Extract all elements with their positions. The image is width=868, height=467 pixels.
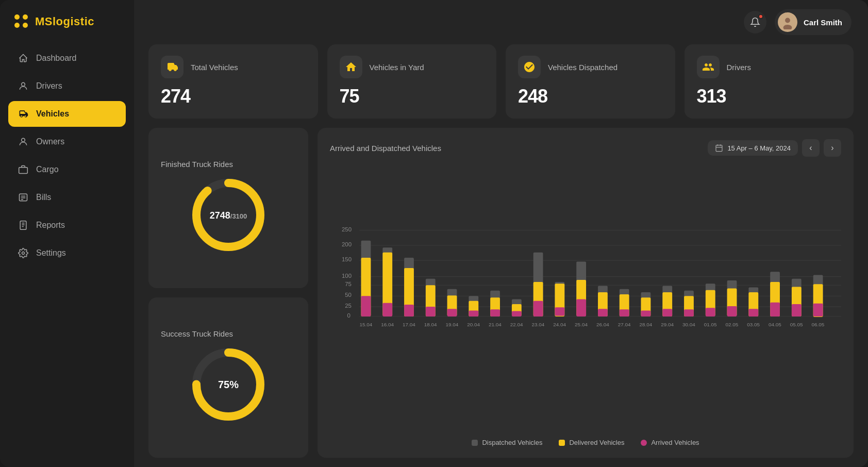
stat-value-drivers: 313 — [697, 86, 842, 107]
date-range-label: 15 Apr – 6 May, 2024 — [727, 144, 791, 152]
svg-text:200: 200 — [342, 241, 352, 247]
svg-text:24.04: 24.04 — [553, 322, 566, 327]
stat-card-header-drivers: Drivers — [697, 56, 842, 78]
svg-rect-62 — [512, 311, 522, 316]
sidebar-item-bills[interactable]: Bills — [8, 185, 126, 210]
chart-next-button[interactable]: › — [824, 139, 841, 157]
sidebar-item-dashboard-label: Dashboard — [36, 54, 76, 63]
svg-text:75: 75 — [345, 281, 352, 287]
legend-arrived: Arrived Vehicles — [641, 439, 699, 446]
svg-rect-98 — [770, 303, 780, 316]
svg-text:20.04: 20.04 — [467, 322, 480, 327]
sidebar-item-cargo-label: Cargo — [36, 165, 59, 174]
svg-rect-65 — [533, 301, 543, 316]
user-profile[interactable]: Carl Smith — [775, 9, 852, 35]
svg-point-13 — [785, 18, 790, 23]
sidebar: MSlogistic Dashboard Drivers — [0, 0, 134, 467]
sidebar-item-owners-label: Owners — [36, 137, 64, 146]
chart-prev-button[interactable]: ‹ — [802, 139, 820, 157]
stat-value-total: 274 — [161, 86, 306, 107]
svg-text:16.04: 16.04 — [381, 322, 394, 327]
svg-point-11 — [22, 252, 25, 255]
stat-card-total-vehicles: Total Vehicles 274 — [148, 44, 318, 119]
stat-value-yard: 75 — [340, 86, 485, 107]
svg-text:250: 250 — [342, 226, 352, 232]
svg-rect-92 — [727, 306, 737, 316]
finished-rides-donut: 2748/3100 — [187, 174, 270, 256]
stat-card-drivers: Drivers 313 — [685, 44, 854, 119]
svg-rect-74 — [598, 309, 608, 316]
sidebar-item-bills-label: Bills — [36, 193, 51, 202]
svg-rect-47 — [404, 305, 414, 316]
owners-icon — [18, 136, 29, 147]
stat-card-header-dispatched: Vehicles Dispatched — [518, 56, 663, 78]
donut-text-success: 75% — [218, 379, 239, 391]
chart-header: Arrived and Dispatched Vehicles 15 Apr –… — [330, 139, 841, 157]
bar-chart-container: 250 200 150 100 75 50 25 0 — [330, 165, 841, 433]
calendar-icon — [715, 144, 723, 152]
success-rides-title: Success Truck Rides — [161, 329, 233, 338]
date-range: 15 Apr – 6 May, 2024 — [708, 140, 798, 156]
sidebar-item-owners[interactable]: Owners — [8, 129, 126, 155]
bills-icon — [18, 192, 29, 203]
sidebar-item-vehicles[interactable]: Vehicles — [8, 101, 126, 127]
svg-rect-104 — [813, 304, 823, 316]
svg-text:15.04: 15.04 — [359, 322, 372, 327]
sidebar-nav: Dashboard Drivers Vehicles — [0, 45, 134, 467]
svg-text:02.05: 02.05 — [725, 322, 738, 327]
left-panels: Finished Truck Rides 2748/3100 Success T… — [148, 128, 308, 458]
sidebar-item-dashboard[interactable]: Dashboard — [8, 45, 126, 71]
legend-dot-arrived — [641, 440, 647, 446]
sidebar-item-settings[interactable]: Settings — [8, 240, 126, 266]
chart-legend: Dispatched Vehicles Delivered Vehicles A… — [330, 439, 841, 446]
bell-icon — [750, 17, 760, 27]
svg-rect-41 — [361, 296, 371, 316]
chart-title: Arrived and Dispatched Vehicles — [330, 144, 441, 153]
svg-text:01.05: 01.05 — [704, 322, 717, 327]
stat-card-yard: Vehicles in Yard 75 — [327, 44, 497, 119]
finished-rides-current: 2748 — [210, 210, 230, 221]
reports-icon — [18, 220, 29, 231]
sidebar-item-drivers[interactable]: Drivers — [8, 73, 126, 99]
legend-label-arrived: Arrived Vehicles — [651, 439, 699, 446]
legend-label-delivered: Delivered Vehicles — [569, 439, 624, 446]
legend-delivered: Delivered Vehicles — [559, 439, 624, 446]
svg-rect-71 — [576, 299, 586, 316]
sidebar-item-cargo[interactable]: Cargo — [8, 157, 126, 182]
notification-button[interactable] — [744, 11, 766, 34]
svg-text:30.04: 30.04 — [682, 322, 695, 327]
svg-text:100: 100 — [342, 273, 352, 279]
finished-rides-panel: Finished Truck Rides 2748/3100 — [148, 128, 308, 288]
svg-text:28.04: 28.04 — [639, 322, 652, 327]
finished-rides-total: 3100 — [232, 212, 247, 220]
cargo-icon — [18, 164, 29, 175]
svg-rect-77 — [620, 309, 629, 316]
finished-rides-title: Finished Truck Rides — [161, 160, 233, 169]
header: Carl Smith — [134, 0, 868, 44]
stat-card-header-yard: Vehicles in Yard — [340, 56, 485, 78]
svg-text:25.04: 25.04 — [575, 322, 588, 327]
stat-label-total: Total Vehicles — [191, 63, 238, 72]
svg-text:150: 150 — [342, 256, 352, 262]
svg-text:18.04: 18.04 — [424, 322, 437, 327]
svg-text:19.04: 19.04 — [446, 322, 459, 327]
donut-text-finished: 2748/3100 — [210, 209, 247, 221]
svg-rect-50 — [426, 307, 436, 316]
svg-rect-19 — [716, 145, 722, 152]
stat-card-header: Total Vehicles — [161, 56, 306, 78]
svg-text:0: 0 — [347, 312, 350, 319]
success-rides-pct: 75% — [218, 379, 239, 391]
svg-text:21.04: 21.04 — [489, 322, 502, 327]
svg-text:04.05: 04.05 — [769, 322, 781, 327]
svg-rect-59 — [490, 309, 500, 316]
sidebar-item-vehicles-label: Vehicles — [36, 109, 69, 119]
sidebar-item-reports[interactable]: Reports — [8, 212, 126, 238]
chart-panel: Arrived and Dispatched Vehicles 15 Apr –… — [318, 128, 854, 458]
stat-label-dispatched: Vehicles Dispatched — [548, 63, 617, 72]
yard-icon — [340, 56, 362, 78]
user-name: Carl Smith — [804, 18, 842, 27]
stat-value-dispatched: 248 — [518, 86, 663, 107]
svg-rect-83 — [662, 309, 672, 316]
home-icon — [18, 53, 29, 64]
svg-text:05.05: 05.05 — [790, 322, 803, 327]
